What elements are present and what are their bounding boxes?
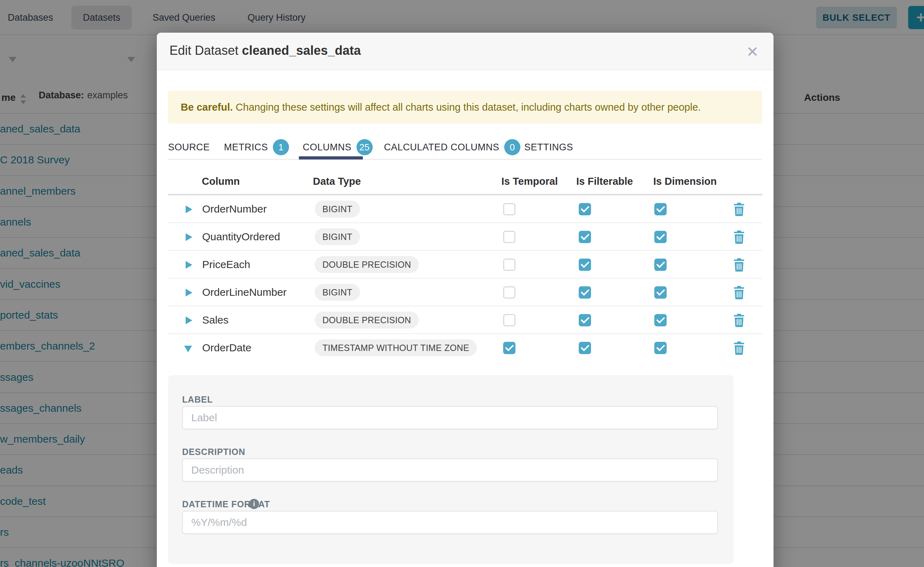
data-type-pill: BIGINT [315, 284, 360, 301]
column-name: OrderLineNumber [202, 286, 287, 298]
columns-table: Column Data Type Is Temporal Is Filterab… [168, 169, 762, 364]
column-name: OrderNumber [202, 203, 266, 215]
column-detail-panel: LABEL DESCRIPTION DATETIME FORMAT [168, 375, 733, 564]
warning-text: Changing these settings will affect all … [233, 102, 701, 113]
delete-icon[interactable] [733, 258, 745, 272]
delete-icon[interactable] [733, 341, 745, 355]
columns-table-header: Column Data Type Is Temporal Is Filterab… [168, 169, 762, 195]
tab-label: SETTINGS [524, 142, 573, 153]
modal-title: Edit Dataset cleaned_sales_data [170, 43, 361, 58]
is-temporal-checkbox[interactable] [503, 258, 515, 271]
edit-dataset-modal: Edit Dataset cleaned_sales_data ✕ Be car… [157, 33, 774, 567]
delete-icon[interactable] [733, 202, 745, 216]
tab-metrics[interactable]: METRICS1 [224, 134, 289, 160]
column-row: Sales DOUBLE PRECISION [168, 306, 762, 334]
modal-header: Edit Dataset cleaned_sales_data ✕ [157, 33, 774, 70]
header-column: Column [202, 176, 240, 187]
column-name: PriceEach [202, 258, 250, 270]
is-filterable-checkbox[interactable] [579, 342, 591, 354]
expand-caret-icon[interactable] [186, 261, 192, 269]
label-field-label: LABEL [182, 394, 213, 405]
is-temporal-checkbox[interactable] [503, 286, 515, 298]
expand-caret-icon[interactable] [186, 289, 192, 297]
tab-label: METRICS [224, 142, 268, 153]
is-filterable-checkbox[interactable] [579, 258, 591, 271]
column-name: Sales [202, 314, 229, 326]
data-type-pill: BIGINT [315, 201, 360, 218]
count-badge: 1 [273, 139, 289, 155]
warning-banner: Be careful. Changing these settings will… [168, 91, 762, 124]
expand-caret-icon[interactable] [186, 316, 192, 324]
is-filterable-checkbox[interactable] [579, 231, 591, 243]
delete-icon[interactable] [733, 314, 745, 327]
delete-icon[interactable] [733, 286, 745, 300]
column-row: OrderLineNumber BIGINT [168, 279, 762, 306]
data-type-pill: DOUBLE PRECISION [315, 256, 419, 273]
column-name: OrderDate [202, 342, 251, 354]
data-type-pill: TIMESTAMP WITHOUT TIME ZONE [315, 339, 477, 356]
header-is-dimension: Is Dimension [653, 176, 717, 187]
warning-bold: Be careful. [181, 102, 233, 113]
tab-label: COLUMNS [303, 142, 352, 153]
data-type-pill: BIGINT [315, 228, 360, 245]
description-input[interactable] [182, 459, 718, 482]
screen: Databases Datasets Saved Queries Query H… [0, 0, 924, 567]
header-is-filterable: Is Filterable [576, 176, 633, 187]
is-dimension-checkbox[interactable] [654, 342, 667, 354]
is-dimension-checkbox[interactable] [654, 286, 667, 298]
header-data-type: Data Type [313, 176, 361, 187]
column-name: QuantityOrdered [202, 231, 280, 243]
is-dimension-checkbox[interactable] [654, 258, 667, 271]
is-dimension-checkbox[interactable] [654, 203, 667, 215]
expand-caret-icon[interactable] [186, 206, 192, 213]
column-row: QuantityOrdered BIGINT [168, 223, 762, 251]
is-temporal-checkbox[interactable] [503, 342, 515, 354]
column-row-expanded: OrderDate TIMESTAMP WITHOUT TIME ZONE [168, 334, 762, 364]
close-icon[interactable]: ✕ [743, 42, 762, 62]
is-temporal-checkbox[interactable] [503, 203, 515, 215]
is-dimension-checkbox[interactable] [654, 231, 667, 243]
modal-tabs: SOURCE METRICS1 COLUMNS25 CALCULATED COL… [157, 134, 774, 160]
tab-label: SOURCE [168, 142, 210, 153]
active-tab-underline [299, 156, 363, 159]
tab-source[interactable]: SOURCE [168, 134, 210, 160]
is-dimension-checkbox[interactable] [654, 314, 667, 326]
collapse-caret-icon[interactable] [184, 346, 192, 352]
is-filterable-checkbox[interactable] [579, 286, 591, 298]
is-filterable-checkbox[interactable] [579, 314, 591, 326]
datetime-format-input[interactable] [182, 511, 718, 534]
column-row: OrderNumber BIGINT [168, 195, 762, 223]
is-temporal-checkbox[interactable] [503, 231, 515, 243]
modal-title-dataset-name: cleaned_sales_data [242, 43, 361, 58]
info-icon[interactable] [249, 499, 259, 509]
label-input[interactable] [182, 406, 718, 429]
tabs-divider [168, 159, 762, 160]
is-filterable-checkbox[interactable] [579, 203, 591, 215]
tab-label: CALCULATED COLUMNS [384, 142, 499, 153]
expand-caret-icon[interactable] [186, 233, 192, 241]
tab-settings[interactable]: SETTINGS [524, 134, 573, 160]
data-type-pill: DOUBLE PRECISION [315, 312, 419, 328]
count-badge: 25 [357, 139, 373, 155]
count-badge: 0 [504, 139, 521, 155]
header-is-temporal: Is Temporal [501, 176, 558, 187]
delete-icon[interactable] [733, 230, 745, 244]
modal-title-prefix: Edit Dataset [170, 43, 242, 58]
column-row: PriceEach DOUBLE PRECISION [168, 251, 762, 279]
is-temporal-checkbox[interactable] [503, 314, 515, 326]
tab-calculated-columns[interactable]: CALCULATED COLUMNS0 [384, 134, 521, 160]
description-field-label: DESCRIPTION [182, 447, 245, 457]
